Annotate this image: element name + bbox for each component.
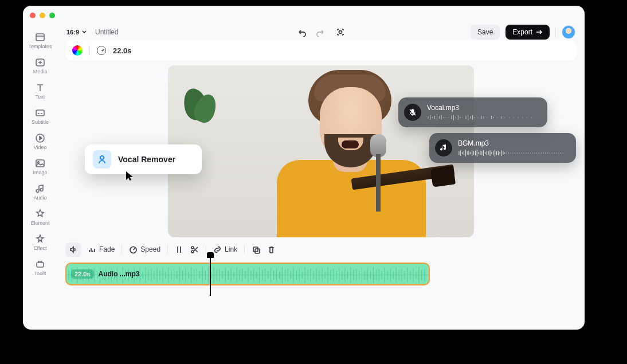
fade-icon	[88, 245, 96, 254]
sidebar-item-image[interactable]: Image	[26, 156, 54, 178]
templates-icon	[35, 32, 45, 42]
clip-filename: Audio ...mp3	[99, 270, 140, 278]
link-button[interactable]: Link	[213, 245, 237, 254]
project-duration: 22.0s	[113, 46, 132, 55]
speed-icon	[129, 245, 138, 254]
clock-icon	[97, 46, 106, 55]
sidebar-item-video[interactable]: Video	[26, 131, 54, 152]
audio-clip[interactable]: 22.0s Audio ...mp3	[65, 263, 430, 285]
delete-button[interactable]	[267, 245, 276, 254]
export-label: Export	[512, 28, 532, 36]
separator	[206, 245, 206, 254]
sidebar-item-templates[interactable]: Templates	[26, 30, 54, 52]
project-title[interactable]: Untitled	[95, 28, 119, 36]
top-bar: 16:9 Untitled Save Export	[57, 24, 585, 40]
svg-rect-0	[36, 34, 44, 41]
effect-icon	[35, 234, 45, 244]
volume-icon	[69, 245, 77, 254]
svg-rect-2	[36, 110, 44, 116]
fade-button[interactable]: Fade	[88, 245, 115, 254]
chevron-down-icon	[81, 29, 87, 35]
sidebar-item-label: Element	[30, 220, 49, 226]
vocal-audio-card[interactable]: Vocal.mp3	[398, 97, 547, 127]
fade-label: Fade	[99, 245, 115, 253]
bgm-filename: BGM.mp3	[458, 139, 567, 147]
subtitle-icon	[35, 108, 45, 118]
media-icon	[35, 57, 45, 68]
copy-button[interactable]	[252, 245, 260, 254]
arrow-right-icon	[536, 29, 543, 35]
cut-button[interactable]	[190, 245, 199, 254]
close-dot[interactable]	[30, 13, 36, 18]
waveform-icon	[427, 114, 538, 121]
speed-button[interactable]: Speed	[129, 245, 160, 254]
sidebar-item-label: Templates	[28, 44, 52, 49]
svg-point-139	[100, 156, 104, 159]
image-icon	[35, 158, 45, 169]
color-picker-icon[interactable]	[72, 45, 83, 56]
clip-toolbar: Fade Speed Link	[57, 241, 585, 258]
sidebar-item-label: Subtitle	[32, 119, 49, 125]
sidebar-item-label: Tools	[34, 271, 46, 276]
sidebar-item-subtitle[interactable]: Subtitle	[26, 105, 54, 127]
svg-point-7	[339, 31, 342, 34]
sidebar-item-label: Media	[33, 69, 48, 75]
link-label: Link	[225, 245, 237, 253]
separator	[555, 27, 556, 37]
copy-icon	[252, 245, 260, 254]
separator	[167, 245, 168, 254]
minimize-dot[interactable]	[40, 13, 45, 18]
focus-icon[interactable]	[336, 28, 345, 37]
undo-icon[interactable]	[297, 28, 306, 37]
singer-illustration	[254, 65, 437, 237]
sidebar-item-label: Audio	[33, 195, 46, 201]
video-preview[interactable]	[168, 65, 474, 237]
aspect-ratio-value: 16:9	[66, 29, 79, 36]
split-icon	[175, 245, 183, 254]
maximize-dot[interactable]	[49, 13, 55, 18]
sidebar-item-label: Image	[33, 170, 47, 175]
separator	[244, 245, 245, 254]
link-icon	[213, 245, 222, 254]
sidebar-item-label: Effect	[34, 245, 47, 251]
history-controls	[297, 28, 345, 37]
vocal-remover-label: Vocal Remover	[118, 155, 175, 164]
svg-rect-6	[37, 263, 44, 267]
left-sidebar: Templates Media Text Subtitle Video Imag…	[23, 24, 57, 330]
window-traffic-lights	[30, 13, 55, 18]
vocal-remover-icon	[93, 150, 111, 169]
speed-label: Speed	[140, 245, 160, 253]
svg-point-5	[38, 162, 40, 163]
sidebar-item-media[interactable]: Media	[26, 55, 54, 77]
audio-icon	[35, 183, 45, 194]
time-bar: 22.0s	[65, 40, 577, 61]
plant-illustration	[178, 88, 218, 140]
text-icon	[35, 83, 45, 93]
volume-button[interactable]	[65, 242, 81, 257]
bgm-audio-card[interactable]: BGM.mp3	[429, 133, 576, 163]
redo-icon[interactable]	[316, 28, 326, 37]
sidebar-item-label: Text	[36, 94, 45, 100]
trash-icon	[267, 245, 276, 254]
sidebar-item-label: Video	[34, 144, 47, 150]
sidebar-item-effect[interactable]: Effect	[26, 232, 54, 253]
sidebar-item-audio[interactable]: Audio	[26, 181, 54, 203]
user-avatar[interactable]	[562, 25, 575, 39]
tools-icon	[35, 259, 45, 269]
timeline[interactable]: 22.0s Audio ...mp3	[57, 258, 585, 285]
sidebar-item-tools[interactable]: Tools	[26, 257, 54, 279]
aspect-ratio-selector[interactable]: 16:9	[66, 29, 87, 36]
save-button[interactable]: Save	[471, 25, 500, 40]
sidebar-item-text[interactable]: Text	[26, 80, 54, 102]
scissors-icon	[190, 245, 199, 254]
svg-point-9	[191, 246, 194, 249]
video-icon	[35, 133, 45, 143]
playhead[interactable]	[210, 256, 211, 296]
cursor-overlay	[125, 171, 135, 181]
sidebar-item-element[interactable]: Element	[26, 206, 54, 228]
waveform-icon	[458, 150, 567, 156]
vocal-remover-popup[interactable]: Vocal Remover	[85, 144, 202, 174]
export-button[interactable]: Export	[505, 25, 550, 40]
split-button[interactable]	[175, 245, 183, 254]
separator	[89, 45, 90, 56]
